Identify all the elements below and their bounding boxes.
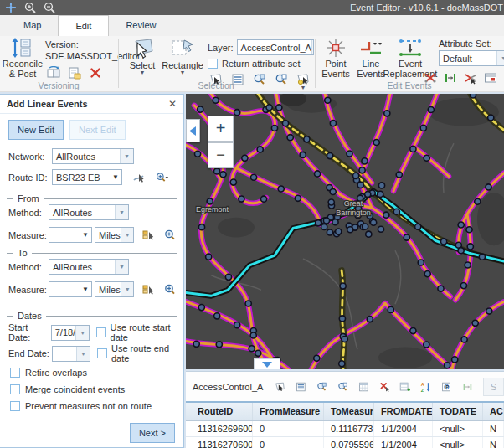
chevron-down-icon: ▼: [115, 260, 128, 274]
end-date-combobox[interactable]: ▼: [52, 346, 90, 362]
pan-icon[interactable]: [5, 2, 17, 13]
retire-overlaps-checkbox[interactable]: [10, 368, 20, 378]
use-route-end-date-label: Use route end date: [111, 343, 183, 363]
zoom-in-icon[interactable]: [24, 2, 36, 13]
rectangle-tool-button[interactable]: Rectangle ▼: [162, 38, 203, 75]
start-date-combobox[interactable]: 7/18/▼: [51, 325, 90, 341]
chevron-down-icon: ▼: [121, 228, 134, 242]
network-label: Network:: [8, 152, 52, 162]
prevent-measures-checkbox[interactable]: [10, 401, 20, 411]
return-attribute-set-checkbox[interactable]: [208, 59, 218, 69]
delete-version-icon[interactable]: [89, 66, 102, 80]
table-row[interactable]: 113162706000 0.07955961/1/2004 <null>N: [186, 437, 504, 448]
collapse-table-button[interactable]: [254, 358, 280, 369]
column-header[interactable]: AC: [483, 403, 504, 420]
line-events-icon: [359, 38, 383, 58]
end-date-label: End Date:: [8, 348, 52, 358]
change-version-icon[interactable]: [47, 66, 60, 80]
window-title: Event Editor - v10.6.1 - docMassDOT: [350, 3, 504, 13]
column-header[interactable]: ToMeasure: [324, 403, 374, 420]
from-measure-combobox[interactable]: ▼: [49, 227, 92, 243]
from-units-combobox[interactable]: Miles▼: [95, 227, 134, 243]
to-method-label: Method:: [8, 262, 49, 272]
layer-label: Layer:: [208, 43, 234, 53]
group-label-versioning: Versioning: [0, 80, 117, 90]
merge-coincident-checkbox[interactable]: [10, 384, 20, 394]
add-linear-events-panel: Add Linear Events ✕ New Edit Next Edit N…: [0, 94, 184, 448]
sort-icon[interactable]: A Z: [420, 380, 431, 394]
attribute-set-label: Attribute Set:: [439, 39, 492, 49]
use-route-start-date-label: Use route start date: [111, 322, 183, 342]
attribute-table-panel: AccessControl_A: [186, 371, 504, 448]
table-layer-tab[interactable]: AccessControl_A: [193, 382, 263, 392]
chevron-down-icon[interactable]: ▼: [140, 71, 146, 75]
select-tool-button[interactable]: Select ▼: [126, 38, 159, 75]
table-row[interactable]: 113162696000 0.11167731/1/2004 <null>N: [186, 421, 504, 437]
route-id-label: Route ID:: [8, 173, 52, 183]
reconcile-post-icon: [12, 38, 33, 58]
column-header[interactable]: FromMeasure: [253, 403, 324, 420]
next-edit-button[interactable]: Next Edit: [69, 120, 126, 140]
statistics-icon[interactable]: [358, 380, 369, 394]
chevron-down-icon: ▼: [76, 347, 90, 361]
svg-text:Great: Great: [344, 199, 363, 208]
selection-list-icon[interactable]: [296, 380, 306, 394]
prevent-measures-label: Prevent measures not on route: [25, 401, 152, 411]
to-units-combobox[interactable]: Miles▼: [95, 281, 134, 297]
route-id-combobox[interactable]: BSR23 EB▼: [52, 169, 122, 185]
zoom-to-route-icon[interactable]: [156, 171, 169, 184]
collapse-panel-button[interactable]: [186, 119, 200, 142]
attribute-set-combobox[interactable]: Default▼: [439, 50, 504, 66]
map-zoom-out-button[interactable]: −: [208, 142, 234, 168]
offset-icon[interactable]: [462, 380, 473, 394]
to-section-separator: To: [7, 248, 177, 258]
to-measure-combobox[interactable]: ▼: [49, 281, 92, 297]
chevron-down-icon: ▼: [120, 149, 133, 163]
ribbon: Reconcile & Post Version: SDE.MASSDOT_ed…: [0, 36, 504, 92]
measure-on-map-icon[interactable]: [141, 229, 155, 242]
tab-edit[interactable]: Edit: [58, 15, 109, 36]
from-method-combobox[interactable]: AllRoutes▼: [49, 204, 129, 220]
clear-selection-icon[interactable]: [379, 380, 390, 394]
reconcile-post-button[interactable]: Reconcile & Post: [3, 38, 42, 79]
map-canvas[interactable]: Egremont Egremont Great Great Barrington…: [186, 94, 504, 369]
svg-text:P: P: [445, 384, 449, 389]
new-edit-button[interactable]: New Edit: [8, 120, 64, 140]
close-icon[interactable]: ✕: [168, 98, 177, 110]
start-date-label: Start Date:: [8, 322, 51, 342]
new-version-icon[interactable]: [68, 66, 81, 80]
zoom-to-measure-icon[interactable]: [163, 229, 177, 242]
map-viewport: Egremont Egremont Great Great Barrington…: [186, 94, 504, 369]
column-header[interactable]: RouteID: [186, 403, 253, 420]
chevron-down-icon: [262, 362, 272, 368]
zoom-out-icon[interactable]: [44, 2, 55, 13]
network-combobox[interactable]: AllRoutes▼: [52, 148, 134, 164]
tab-review[interactable]: Review: [109, 15, 172, 36]
column-header[interactable]: FROMDATE: [374, 403, 433, 420]
svg-text:Barrington: Barrington: [336, 209, 371, 217]
group-label-edit-events: Edit Events: [315, 80, 504, 90]
zoom-to-measure-icon[interactable]: [163, 283, 177, 296]
select-route-on-map-icon[interactable]: [132, 171, 146, 184]
pan-to-selection-icon[interactable]: [337, 380, 348, 394]
identify-icon[interactable]: P: [441, 380, 452, 394]
svg-text:Z: Z: [421, 387, 424, 392]
save-button[interactable]: S: [483, 378, 504, 396]
line-events-button[interactable]: Line Events: [355, 38, 387, 79]
measure-on-map-icon[interactable]: [141, 283, 155, 296]
layer-combobox[interactable]: AccessControl_A▼: [237, 39, 314, 55]
use-route-start-date-checkbox[interactable]: [96, 327, 106, 337]
map-zoom-in-button[interactable]: +: [208, 116, 234, 142]
select-features-icon[interactable]: [275, 380, 285, 394]
tab-map[interactable]: Map: [7, 15, 58, 36]
next-button[interactable]: Next >: [130, 423, 175, 443]
use-route-end-date-checkbox[interactable]: [97, 348, 107, 358]
add-record-icon[interactable]: [399, 380, 410, 394]
point-events-icon: [325, 38, 347, 58]
point-events-button[interactable]: Point Events: [320, 38, 352, 79]
chevron-down-icon[interactable]: ▼: [180, 71, 186, 75]
to-method-combobox[interactable]: AllRoutes▼: [49, 259, 129, 275]
column-header[interactable]: TODATE: [433, 403, 483, 420]
svg-text:A: A: [421, 382, 424, 387]
zoom-to-selection-icon[interactable]: [316, 380, 327, 394]
